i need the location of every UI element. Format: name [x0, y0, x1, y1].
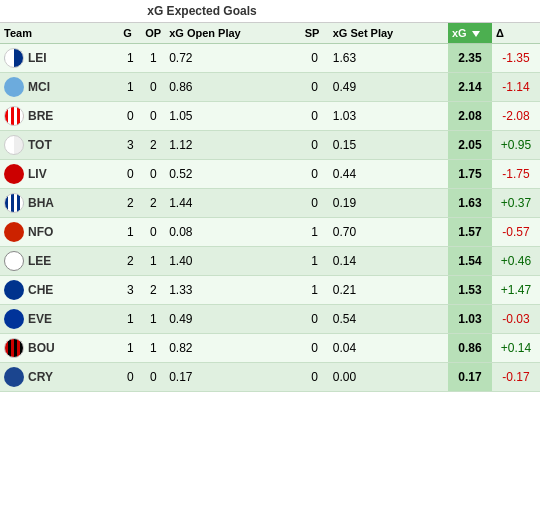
table-row: BRE 0 0 1.05 0 1.03 2.08 -2.08 — [0, 102, 540, 131]
sp-count: 0 — [301, 102, 329, 131]
op-count: 0 — [141, 73, 165, 102]
table-row: CRY 0 0 0.17 0 0.00 0.17 -0.17 — [0, 363, 540, 392]
xg-total-val: 1.63 — [448, 189, 492, 218]
op-count: 0 — [141, 102, 165, 131]
xg-set-play-val: 0.15 — [329, 131, 448, 160]
xg-set-play-val: 1.03 — [329, 102, 448, 131]
team-name: CHE — [28, 283, 53, 297]
team-name: NFO — [28, 225, 53, 239]
table-row: CHE 3 2 1.33 1 0.21 1.53 +1.47 — [0, 276, 540, 305]
col-g: G — [119, 23, 141, 44]
sp-count: 1 — [301, 247, 329, 276]
xg-set-play-val: 0.44 — [329, 160, 448, 189]
delta-val: -1.14 — [492, 73, 540, 102]
table-row: LEI 1 1 0.72 0 1.63 2.35 -1.35 — [0, 44, 540, 73]
xg-set-play-val: 0.49 — [329, 73, 448, 102]
team-badge — [4, 367, 24, 387]
table-row: NFO 1 0 0.08 1 0.70 1.57 -0.57 — [0, 218, 540, 247]
sp-count: 0 — [301, 44, 329, 73]
goals: 1 — [119, 73, 141, 102]
team-cell: NFO — [0, 218, 119, 247]
col-op: OP — [141, 23, 165, 44]
col-xg-open-play: xG Open Play — [165, 23, 301, 44]
team-name: EVE — [28, 312, 52, 326]
sp-count: 0 — [301, 131, 329, 160]
team-name: LIV — [28, 167, 47, 181]
team-cell: BHA — [0, 189, 119, 218]
xg-open-play-val: 0.49 — [165, 305, 301, 334]
op-count: 2 — [141, 189, 165, 218]
table-row: BOU 1 1 0.82 0 0.04 0.86 +0.14 — [0, 334, 540, 363]
op-count: 1 — [141, 305, 165, 334]
op-count: 2 — [141, 131, 165, 160]
delta-val: +0.37 — [492, 189, 540, 218]
table-row: LEE 2 1 1.40 1 0.14 1.54 +0.46 — [0, 247, 540, 276]
team-badge — [4, 135, 24, 155]
sp-count: 0 — [301, 334, 329, 363]
sp-count: 0 — [301, 160, 329, 189]
goals: 0 — [119, 160, 141, 189]
team-name: LEE — [28, 254, 51, 268]
team-badge — [4, 77, 24, 97]
team-badge — [4, 309, 24, 329]
xg-group-header: xG Expected Goals — [141, 0, 540, 23]
delta-val: -2.08 — [492, 102, 540, 131]
delta-val: -0.17 — [492, 363, 540, 392]
delta-val: -0.57 — [492, 218, 540, 247]
table-row: TOT 3 2 1.12 0 0.15 2.05 +0.95 — [0, 131, 540, 160]
team-cell: MCI — [0, 73, 119, 102]
xg-open-play-val: 1.44 — [165, 189, 301, 218]
xg-total-val: 1.75 — [448, 160, 492, 189]
team-cell: LIV — [0, 160, 119, 189]
team-cell: CHE — [0, 276, 119, 305]
team-header-spacer — [0, 0, 141, 23]
table-row: EVE 1 1 0.49 0 0.54 1.03 -0.03 — [0, 305, 540, 334]
goals: 0 — [119, 363, 141, 392]
xg-total-val: 0.86 — [448, 334, 492, 363]
xg-open-play-val: 1.05 — [165, 102, 301, 131]
xg-total-val: 1.03 — [448, 305, 492, 334]
goals: 2 — [119, 247, 141, 276]
xg-set-play-val: 1.63 — [329, 44, 448, 73]
team-cell: TOT — [0, 131, 119, 160]
team-cell: LEI — [0, 44, 119, 73]
team-name: LEI — [28, 51, 47, 65]
team-badge — [4, 222, 24, 242]
team-name: TOT — [28, 138, 52, 152]
xg-total-val: 1.53 — [448, 276, 492, 305]
delta-val: -1.75 — [492, 160, 540, 189]
delta-val: +0.46 — [492, 247, 540, 276]
op-count: 1 — [141, 334, 165, 363]
team-badge — [4, 106, 24, 126]
xg-total-val: 0.17 — [448, 363, 492, 392]
table-row: BHA 2 2 1.44 0 0.19 1.63 +0.37 — [0, 189, 540, 218]
col-team: Team — [0, 23, 119, 44]
op-count: 0 — [141, 218, 165, 247]
goals: 1 — [119, 44, 141, 73]
op-count: 2 — [141, 276, 165, 305]
col-xg[interactable]: xG — [448, 23, 492, 44]
xg-open-play-val: 0.82 — [165, 334, 301, 363]
xg-set-play-val: 0.21 — [329, 276, 448, 305]
goals: 1 — [119, 334, 141, 363]
stats-table-container: xG Expected Goals Team G OP xG Open Play… — [0, 0, 540, 392]
xg-open-play-val: 1.12 — [165, 131, 301, 160]
sort-arrow-icon — [472, 31, 480, 37]
sp-count: 1 — [301, 218, 329, 247]
goals: 0 — [119, 102, 141, 131]
delta-val: +0.95 — [492, 131, 540, 160]
goals: 1 — [119, 305, 141, 334]
sp-count: 0 — [301, 363, 329, 392]
team-cell: CRY — [0, 363, 119, 392]
xg-open-play-val: 0.08 — [165, 218, 301, 247]
xg-open-play-val: 0.72 — [165, 44, 301, 73]
xg-open-play-val: 0.86 — [165, 73, 301, 102]
col-xg-set-play: xG Set Play — [329, 23, 448, 44]
xg-total-val: 2.08 — [448, 102, 492, 131]
team-name: MCI — [28, 80, 50, 94]
xg-total-val: 2.35 — [448, 44, 492, 73]
delta-val: -0.03 — [492, 305, 540, 334]
xg-total-val: 2.05 — [448, 131, 492, 160]
xg-open-play-val: 0.52 — [165, 160, 301, 189]
team-badge — [4, 164, 24, 184]
